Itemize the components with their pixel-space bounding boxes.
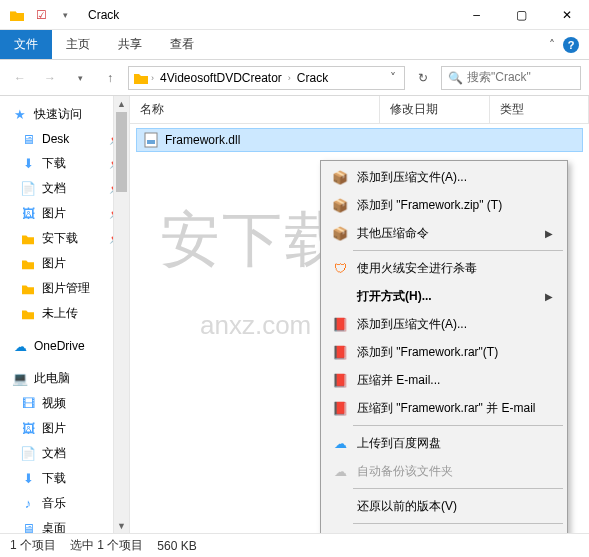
sidebar-thispc[interactable]: 💻此电脑 [0, 366, 129, 391]
up-button[interactable]: ↑ [98, 66, 122, 90]
sidebar-item-pc-desktop[interactable]: 🖥桌面 [0, 516, 129, 534]
sidebar-onedrive[interactable]: ☁OneDrive [0, 334, 129, 358]
tab-home[interactable]: 主页 [52, 30, 104, 59]
window-controls: – ▢ ✕ [454, 0, 589, 30]
sidebar-item-pictures[interactable]: 🖼图片📌 [0, 201, 129, 226]
menu-restore-previous[interactable]: 还原以前的版本(V) [323, 492, 565, 520]
menu-winrar-add-named[interactable]: 📕添加到 "Framework.rar"(T) [323, 338, 565, 366]
download-icon: ⬇ [20, 471, 36, 487]
folder-icon [20, 281, 36, 297]
menu-separator [353, 250, 563, 251]
onedrive-icon: ☁ [12, 338, 28, 354]
menu-label: 使用火绒安全进行杀毒 [357, 260, 477, 277]
sidebar-item-label: 图片 [42, 420, 66, 437]
blank-icon [331, 287, 349, 305]
sidebar-item-videos[interactable]: 🎞视频 [0, 391, 129, 416]
shield-icon: 🛡 [331, 259, 349, 277]
menu-huorong-scan[interactable]: 🛡使用火绒安全进行杀毒 [323, 254, 565, 282]
menu-label: 添加到 "Framework.rar"(T) [357, 344, 498, 361]
sidebar-item-anxz[interactable]: 安下载📌 [0, 226, 129, 251]
ribbon-collapse-icon[interactable]: ˄ [549, 38, 555, 52]
menu-open-with[interactable]: 打开方式(H)...▶ [323, 282, 565, 310]
maximize-button[interactable]: ▢ [499, 0, 544, 30]
sidebar-item-label: 文档 [42, 445, 66, 462]
menu-add-zip[interactable]: 📦添加到 "Framework.zip" (T) [323, 191, 565, 219]
help-icon[interactable]: ? [563, 37, 579, 53]
sidebar-item-downloads[interactable]: ⬇下载📌 [0, 151, 129, 176]
music-icon: ♪ [20, 496, 36, 512]
winrar-icon: 📕 [331, 315, 349, 333]
address-bar[interactable]: › 4VideosoftDVDCreator › Crack ˅ [128, 66, 405, 90]
sidebar-item-label: 图片管理 [42, 280, 90, 297]
archive-icon: 📦 [331, 224, 349, 242]
menu-label: 添加到 "Framework.zip" (T) [357, 197, 502, 214]
document-icon: 📄 [20, 446, 36, 462]
scroll-track[interactable] [114, 112, 129, 518]
scroll-up-icon[interactable]: ▲ [114, 96, 129, 112]
sidebar-item-label: 下载 [42, 470, 66, 487]
col-name[interactable]: 名称 [130, 96, 380, 123]
close-button[interactable]: ✕ [544, 0, 589, 30]
menu-baidu-upload[interactable]: ☁上传到百度网盘 [323, 429, 565, 457]
winrar-icon: 📕 [331, 343, 349, 361]
sidebar-item-documents[interactable]: 📄文档📌 [0, 176, 129, 201]
status-item-count: 1 个项目 [10, 537, 56, 554]
status-selected: 选中 1 个项目 [70, 537, 143, 554]
sidebar-item-pictures2[interactable]: 图片 [0, 251, 129, 276]
sidebar-item-notuploaded[interactable]: 未上传 [0, 301, 129, 326]
tab-file[interactable]: 文件 [0, 30, 52, 59]
sidebar-item-label: 视频 [42, 395, 66, 412]
archive-icon: 📦 [331, 196, 349, 214]
download-icon: ⬇ [20, 156, 36, 172]
forward-button[interactable]: → [38, 66, 62, 90]
navigation-bar: ← → ▾ ↑ › 4VideosoftDVDCreator › Crack ˅… [0, 60, 589, 96]
address-dropdown-icon[interactable]: ˅ [384, 71, 402, 85]
sidebar-item-pc-downloads[interactable]: ⬇下载 [0, 466, 129, 491]
sidebar-item-music[interactable]: ♪音乐 [0, 491, 129, 516]
menu-add-archive[interactable]: 📦添加到压缩文件(A)... [323, 163, 565, 191]
search-box[interactable]: 🔍 搜索"Crack" [441, 66, 581, 90]
menu-label: 压缩并 E-mail... [357, 372, 440, 389]
scroll-thumb[interactable] [116, 112, 127, 192]
col-modified[interactable]: 修改日期 [380, 96, 490, 123]
file-list[interactable]: Framework.dll [130, 124, 589, 156]
breadcrumb-seg-1[interactable]: 4VideosoftDVDCreator [154, 71, 288, 85]
qat-dropdown-icon[interactable]: ▾ [54, 4, 76, 26]
sidebar-item-pc-documents[interactable]: 📄文档 [0, 441, 129, 466]
sidebar-item-desktop[interactable]: 🖥Desk📌 [0, 127, 129, 151]
search-placeholder: 搜索"Crack" [467, 69, 531, 86]
menu-winrar-add[interactable]: 📕添加到压缩文件(A)... [323, 310, 565, 338]
video-icon: 🎞 [20, 396, 36, 412]
menu-compress-rar-email[interactable]: 📕压缩到 "Framework.rar" 并 E-mail [323, 394, 565, 422]
menu-separator [353, 488, 563, 489]
folder-icon [20, 306, 36, 322]
sidebar-item-label: 安下载 [42, 230, 78, 247]
tab-share[interactable]: 共享 [104, 30, 156, 59]
col-type[interactable]: 类型 [490, 96, 589, 123]
status-bar: 1 个项目 选中 1 个项目 560 KB [0, 533, 589, 557]
sidebar-item-pc-pictures[interactable]: 🖼图片 [0, 416, 129, 441]
scroll-down-icon[interactable]: ▼ [114, 518, 129, 534]
sidebar-item-picmanage[interactable]: 图片管理 [0, 276, 129, 301]
sidebar-item-label: 图片 [42, 205, 66, 222]
sidebar-quick-access[interactable]: ★ 快速访问 [0, 102, 129, 127]
refresh-button[interactable]: ↻ [411, 66, 435, 90]
desktop-icon: 🖥 [20, 521, 36, 535]
sidebar-scrollbar[interactable]: ▲ ▼ [113, 96, 129, 534]
sidebar-item-label: 文档 [42, 180, 66, 197]
recent-locations-icon[interactable]: ▾ [68, 66, 92, 90]
menu-compress-email[interactable]: 📕压缩并 E-mail... [323, 366, 565, 394]
minimize-button[interactable]: – [454, 0, 499, 30]
breadcrumb-seg-2[interactable]: Crack [291, 71, 334, 85]
menu-other-compress[interactable]: 📦其他压缩命令▶ [323, 219, 565, 247]
sidebar-label: 快速访问 [34, 106, 82, 123]
qat-checkbox-icon[interactable]: ☑ [30, 4, 52, 26]
sidebar-label: 此电脑 [34, 370, 70, 387]
submenu-arrow-icon: ▶ [545, 228, 553, 239]
svg-rect-1 [147, 140, 155, 144]
file-row[interactable]: Framework.dll [136, 128, 583, 152]
sidebar-item-label: 下载 [42, 155, 66, 172]
tab-view[interactable]: 查看 [156, 30, 208, 59]
back-button[interactable]: ← [8, 66, 32, 90]
sidebar-item-label: 未上传 [42, 305, 78, 322]
